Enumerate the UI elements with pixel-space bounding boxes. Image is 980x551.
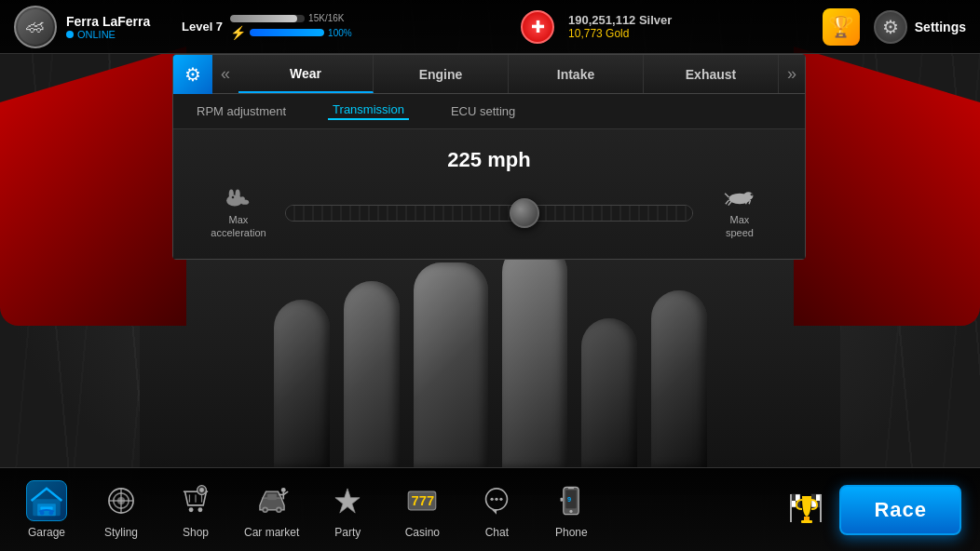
cheetah-icon	[723, 186, 756, 208]
svg-rect-57	[804, 517, 810, 520]
level-section: Level 7 15K/16K ⚡ 100%	[182, 13, 352, 40]
garage-label: Garage	[28, 526, 65, 539]
nav-item-casino[interactable]: 777 Casino	[385, 473, 459, 546]
car-market-icon	[252, 480, 293, 521]
acceleration-text: Maxacceleration	[211, 213, 265, 240]
currency-info: 190,251,112 Silver 10,773 Gold	[568, 13, 672, 40]
svg-point-30	[277, 508, 279, 511]
race-button[interactable]: Race	[839, 485, 961, 535]
nav-item-chat[interactable]: Chat	[459, 473, 534, 546]
svg-rect-46	[568, 488, 575, 489]
subtab-transmission[interactable]: Transmission	[328, 102, 409, 120]
level-label: Level 7	[182, 20, 223, 34]
nav-item-party[interactable]: Party	[310, 473, 385, 546]
profile-name: Ferra LaFerra	[66, 14, 150, 29]
gold-amount: 10,773 Gold	[568, 27, 672, 40]
svg-rect-47	[561, 498, 563, 502]
svg-line-9	[726, 200, 729, 204]
phone-icon: 9	[551, 480, 592, 521]
acceleration-label: Maxacceleration	[206, 186, 271, 240]
main-panel: ⚙ « Wear Engine Intake Exhaust » RPM adj…	[172, 54, 806, 260]
svg-point-5	[232, 196, 235, 199]
lightning-bar-container	[250, 29, 324, 36]
race-trophy-icon	[783, 487, 830, 533]
phone-label: Phone	[555, 526, 588, 539]
svg-point-8	[751, 194, 754, 196]
lightning-icon: ⚡	[230, 25, 246, 40]
svg-point-7	[743, 192, 753, 200]
currency-section: ✚ 190,251,112 Silver 10,773 Gold	[371, 10, 823, 44]
speed-display: 225 mph	[197, 148, 782, 172]
svg-text:777: 777	[412, 493, 435, 508]
slider-track-inner	[286, 206, 692, 221]
slider-track-container[interactable]	[285, 199, 693, 227]
svg-point-29	[264, 508, 266, 511]
online-dot	[66, 31, 74, 38]
nav-item-shop[interactable]: Shop	[158, 473, 233, 546]
slider-track	[285, 205, 693, 222]
header: 🏎 Ferra LaFerra ONLINE Level 7 15K/16K ⚡	[0, 0, 980, 54]
sub-tabs: RPM adjustment Transmission ECU setting	[173, 94, 805, 129]
settings-button[interactable]: ⚙ Settings	[874, 10, 966, 44]
subtab-rpm[interactable]: RPM adjustment	[192, 104, 291, 118]
subtab-ecu[interactable]: ECU setting	[446, 104, 520, 118]
styling-label: Styling	[104, 526, 138, 539]
profile-section: 🏎 Ferra LaFerra ONLINE	[14, 6, 163, 48]
svg-point-0	[226, 195, 242, 206]
xp-bar	[230, 15, 297, 22]
nav-item-car-market[interactable]: Car market	[233, 473, 310, 546]
avatar-image: 🏎	[18, 9, 53, 45]
profile-info: Ferra LaFerra ONLINE	[66, 14, 150, 40]
xp-text: 15K/16K	[308, 13, 344, 23]
bottom-nav: Garage Styling	[0, 467, 980, 551]
xp-bar-container	[230, 15, 305, 22]
styling-icon	[101, 480, 142, 521]
settings-label: Settings	[915, 20, 966, 34]
speed-label: Maxspeed	[707, 186, 772, 240]
online-label: ONLINE	[77, 29, 116, 40]
svg-point-24	[197, 507, 202, 512]
tab-intake[interactable]: Intake	[509, 55, 644, 93]
gear-tab-icon[interactable]: ⚙	[173, 55, 212, 94]
svg-marker-36	[335, 489, 360, 513]
nav-items: Garage Styling	[9, 473, 783, 546]
party-label: Party	[334, 526, 361, 539]
slider-thumb[interactable]	[510, 198, 539, 228]
health-icon[interactable]: ✚	[521, 10, 554, 44]
svg-point-42	[500, 498, 503, 501]
speed-value: 225 mph	[447, 148, 530, 171]
casino-icon: 777	[402, 480, 442, 521]
shop-label: Shop	[183, 526, 209, 539]
tab-exhaust[interactable]: Exhaust	[644, 55, 779, 93]
silver-amount: 190,251,112 Silver	[568, 13, 672, 27]
svg-point-41	[496, 498, 498, 501]
shop-icon	[175, 480, 216, 521]
xp-row: 15K/16K ⚡ 100%	[230, 13, 352, 40]
nav-item-styling[interactable]: Styling	[84, 473, 158, 546]
chat-label: Chat	[485, 526, 509, 539]
tab-next-arrow[interactable]: »	[779, 55, 805, 93]
race-btn-container: Race	[783, 485, 961, 535]
lightning-bar	[250, 29, 324, 36]
rabbit-icon	[222, 186, 255, 208]
speed-text: Maxspeed	[726, 213, 754, 240]
tab-engine[interactable]: Engine	[374, 55, 509, 93]
svg-text:9: 9	[567, 495, 571, 504]
nav-item-phone[interactable]: 9 Phone	[534, 473, 608, 546]
gear-icon: ⚙	[874, 10, 907, 44]
tab-wear[interactable]: Wear	[238, 55, 374, 93]
trophy-icon[interactable]: 🏆	[823, 8, 860, 46]
casino-label: Casino	[405, 526, 440, 539]
svg-point-26	[199, 488, 204, 492]
party-icon	[327, 480, 368, 521]
car-market-label: Car market	[244, 526, 299, 539]
panel-tabs: ⚙ « Wear Engine Intake Exhaust »	[173, 55, 805, 94]
tab-prev-arrow[interactable]: «	[212, 55, 238, 93]
header-right: 🏆 ⚙ Settings	[823, 8, 966, 46]
lightning-text: 100%	[328, 28, 352, 38]
panel-content: 225 mph Maxacceleration	[173, 129, 805, 259]
avatar: 🏎	[14, 6, 57, 48]
online-status: ONLINE	[66, 29, 150, 40]
nav-item-garage[interactable]: Garage	[9, 473, 84, 546]
svg-rect-58	[801, 520, 812, 523]
